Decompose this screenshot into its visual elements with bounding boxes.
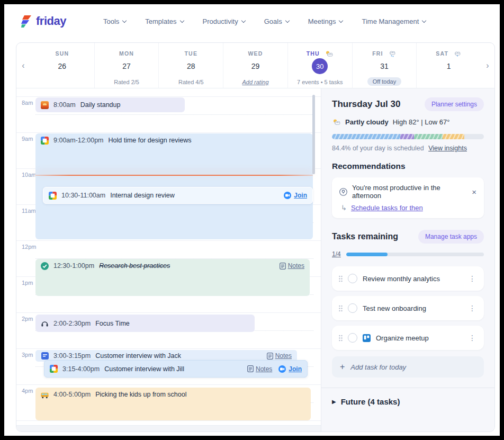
task-row-organize-meetup[interactable]: Organize meetup ⋮ [332,326,484,350]
notes-icon [267,353,273,360]
hour-label: 9am [22,136,33,142]
manage-task-apps-button[interactable]: Manage task apps [418,230,484,244]
task-checkbox[interactable] [348,303,357,313]
add-task-button[interactable]: + Add task for today [332,356,484,378]
nav-label: Time Management [362,17,419,25]
cloud-icon [453,50,462,57]
lightbulb-icon [339,188,347,196]
day-of-week: TUE [184,50,197,57]
nav-item-time-management[interactable]: Time Management [362,17,426,25]
day-date: 28 [187,58,195,74]
view-insights-link[interactable]: View insights [428,145,467,152]
notes-link[interactable]: Notes [267,352,292,360]
task-checkbox[interactable] [348,274,357,283]
hour-line [16,348,321,349]
drag-handle-icon[interactable] [339,305,343,312]
task-progress-count[interactable]: 1/4 [332,250,341,258]
recommendation-card: You're most productive in the afternoon … [332,177,484,218]
kebab-menu-icon[interactable]: ⋮ [467,304,477,312]
prev-week-button[interactable]: ‹ [16,43,30,88]
weather-summary: Partly cloudy High 82° | Low 67° [332,118,484,126]
nav-item-meetings[interactable]: Meetings [308,17,343,25]
day-column-mon[interactable]: MON 27 Rated 2/5 [94,43,159,88]
event-time: 12:30-1:00pm [53,262,94,270]
nav-item-tools[interactable]: Tools [103,17,126,25]
schedule-breakdown-bar [332,134,484,139]
event-picking-kids-up[interactable]: 4:00-5:00pm Picking the kids up from sch… [35,388,311,420]
chevron-down-icon [241,18,245,22]
day-of-week: SUN [55,50,69,57]
event-research-best-practices[interactable]: 12:30-1:00pm Research best practices Not… [35,259,310,296]
check-circle-icon [41,262,49,270]
day-column-sun[interactable]: SUN 26 [30,43,94,88]
next-week-button[interactable]: › [481,43,494,88]
recommendations-heading: Recommendations [332,161,484,171]
hour-line [16,132,321,133]
sunrise-app-icon [41,101,49,109]
nav-item-goals[interactable]: Goals [264,17,289,25]
friday-logo-text: friday [36,14,66,28]
schedule-caption: 84.4% of your day is scheduled [332,145,424,152]
event-focus-time[interactable]: 2:00-2:30pm Focus Time [35,315,255,332]
event-time: 9:00am-12:00pm [53,137,104,144]
event-customer-interview-jill[interactable]: 3:15-4:00pm Customer interview with Jill… [44,360,308,378]
day-of-week: THU [307,50,334,57]
kebab-menu-icon[interactable]: ⋮ [467,274,477,283]
event-internal-design-review[interactable]: 10:30-11:00am Internal design review Joi… [43,187,313,204]
plus-icon: + [340,362,345,372]
day-of-week: WED [248,50,263,57]
nav-item-templates[interactable]: Templates [145,17,183,25]
triangle-right-icon: ▶ [332,399,336,405]
day-column-thu-selected[interactable]: THU 30 7 events • 5 tasks [287,43,352,88]
chevron-down-icon [422,18,426,22]
weather-condition: Partly cloudy [345,118,389,126]
calendar-horizontal-scrollbar[interactable] [16,425,321,432]
task-row-review-monthly-analytics[interactable]: Review monthly analytics ⋮ [332,266,484,291]
zoom-meeting-icon [284,192,291,199]
notes-link[interactable]: Notes [247,365,272,373]
event-title: Internal design review [110,192,175,199]
notes-link[interactable]: Notes [280,262,304,270]
friday-logo[interactable]: friday [21,14,66,28]
event-title: Picking the kids up from school [95,391,186,398]
task-row-test-new-onboarding[interactable]: Test new onboarding ⋮ [332,296,484,320]
day-rating: Rated 4/5 [178,77,204,87]
planner-settings-button[interactable]: Planner settings [425,97,484,111]
nav-item-productivity[interactable]: Productivity [203,17,245,25]
future-tasks-toggle[interactable]: ▶ Future (4 tasks) [332,397,484,406]
add-rating-link[interactable]: Add rating [242,77,268,87]
close-icon[interactable]: × [472,188,476,196]
day-column-fri[interactable]: FRI 31 Off today [352,43,417,88]
kebab-menu-icon[interactable]: ⋮ [467,334,477,342]
panel-date-title: Thursday Jul 30 [332,99,400,110]
task-progress-fill [346,253,388,256]
nav-label: Goals [264,17,282,25]
day-column-sat[interactable]: SAT 1 [416,43,481,88]
calendar-vertical-scrollbar[interactable] [312,95,315,174]
day-column-wed[interactable]: WED 29 Add rating [223,43,287,88]
off-today-badge: Off today [367,77,401,86]
selected-day-date: 30 [312,58,328,74]
recommendation-message: You're most productive in the afternoon [352,184,467,200]
day-column-tue[interactable]: TUE 28 Rated 4/5 [158,43,223,88]
drag-handle-icon[interactable] [339,335,343,342]
dow-label: WED [248,50,263,57]
event-hold-time-design-reviews[interactable]: 9:00am-12:00pm Hold time for design revi… [35,133,313,239]
event-time: 3:15-4:00pm [62,365,100,373]
task-checkbox[interactable] [348,333,357,343]
day-date: 31 [380,58,389,74]
join-link[interactable]: Join [284,192,307,199]
rain-cloud-icon [388,50,397,57]
join-link[interactable]: Join [278,365,302,373]
drag-handle-icon[interactable] [339,275,343,282]
notes-icon [247,365,254,372]
event-time: 4:00-5:00pm [53,391,91,398]
event-title: Focus Time [95,320,130,327]
task-label: Organize meetup [376,334,429,342]
schedule-tasks-link[interactable]: Schedule tasks for then [351,204,423,212]
segment-blue [332,134,400,139]
segment-free [464,134,484,139]
hour-label: 11am [22,208,36,214]
event-daily-standup[interactable]: 8:00am Daily standup [35,97,185,112]
event-title: Daily standup [80,101,121,109]
